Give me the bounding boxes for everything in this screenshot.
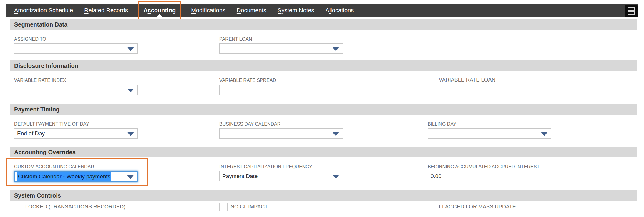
assigned-to-label: ASSIGNED TO [14,36,138,43]
variable-rate-index-dropdown[interactable] [14,85,138,95]
tab-documents[interactable]: Documents [237,4,266,17]
chevron-down-icon[interactable] [541,132,547,136]
payment-timing-field-row: DEFAULT PAYMENT TIME OF DAY End of Day B… [10,121,637,139]
field-variable-rate-spread: VARIABLE RATE SPREAD [219,78,343,95]
segmentation-field-row: ASSIGNED TO PARENT LOAN [10,36,637,54]
default-payment-time-of-day-label: DEFAULT PAYMENT TIME OF DAY [14,121,138,128]
business-day-calendar-label: BUSINESS DAY CALENDAR [219,121,343,128]
stacked-panes-icon[interactable] [625,5,638,17]
default-payment-time-of-day-dropdown[interactable]: End of Day [14,128,138,139]
checkbox-flagged-for-mass-update[interactable]: FLAGGED FOR MASS UPDATE [428,203,516,211]
tab-label-part: odifications [196,7,225,14]
section-payment-timing: Payment Timing DEFAULT PAYMENT TIME OF D… [10,104,637,139]
section-header-segmentation-data: Segmentation Data [10,19,637,30]
disclosure-field-row: VARIABLE RATE INDEX VARIABLE RATE SPREAD… [10,78,637,95]
tab-label-part: A [143,7,147,14]
section-header-accounting-overrides: Accounting Overrides [10,147,637,157]
tab-label-part: ocuments [241,7,266,14]
checkbox-icon[interactable] [428,76,436,84]
chevron-down-icon[interactable] [127,132,134,136]
pane-rect-bottom [628,11,635,15]
chevron-down-icon[interactable] [333,47,339,51]
custom-accounting-calendar-label: CUSTOM ACCOUNTING CALENDAR [14,164,138,171]
tab-accesskey: D [237,7,241,14]
chevron-down-icon[interactable] [127,47,134,51]
custom-accounting-calendar-dropdown[interactable]: Custom Calendar - Weekly payments [14,171,138,182]
section-accounting-overrides: Accounting Overrides CUSTOM ACCOUNTING C… [10,147,637,181]
section-title: Segmentation Data [14,21,67,28]
tab-accounting[interactable]: Accounting [139,4,180,17]
tab-system-notes[interactable]: System Notes [278,4,314,17]
section-disclosure-information: Disclosure Information VARIABLE RATE IND… [10,60,637,95]
locked-label: LOCKED (TRANSACTIONS RECORDED) [25,204,125,210]
tab-label-part: ystem Notes [281,7,314,14]
section-header-disclosure-information: Disclosure Information [10,60,637,71]
record-tab-bar: Amortization Schedule Related Records Ac… [6,4,638,17]
pane-rect-top [628,7,635,11]
checkbox-no-gl-impact[interactable]: NO GL IMPACT [219,203,268,211]
section-title: Disclosure Information [14,63,78,69]
interest-capitalization-frequency-label: INTEREST CAPITALIZATION FREQUENCY [219,164,343,171]
custom-accounting-calendar-value: Custom Calendar - Weekly payments [17,172,111,181]
beginning-accumulated-accrued-interest-input[interactable] [428,171,551,181]
parent-loan-label: PARENT LOAN [219,36,343,43]
loan-record-subtab-page: Amortization Schedule Related Records Ac… [0,4,644,217]
billing-day-dropdown[interactable] [428,128,551,139]
tab-label-part: A [326,7,329,14]
chevron-down-icon[interactable] [127,175,134,179]
tab-label-part: mortization Schedule [18,7,73,14]
section-segmentation-data: Segmentation Data ASSIGNED TO PARENT LOA… [10,19,637,54]
field-parent-loan: PARENT LOAN [219,36,343,54]
checkbox-locked-transactions-recorded[interactable]: LOCKED (TRANSACTIONS RECORDED) [14,203,125,211]
tab-amortization-schedule[interactable]: Amortization Schedule [14,4,73,17]
no-gl-impact-label: NO GL IMPACT [230,204,268,210]
section-header-payment-timing: Payment Timing [10,104,637,115]
chevron-down-icon[interactable] [333,132,339,136]
field-default-payment-time-of-day: DEFAULT PAYMENT TIME OF DAY End of Day [14,121,138,139]
field-custom-accounting-calendar: CUSTOM ACCOUNTING CALENDAR Custom Calend… [14,164,138,182]
tab-accesskey: R [84,7,88,14]
default-payment-time-of-day-value: End of Day [17,130,45,137]
accounting-subtab-content: Segmentation Data ASSIGNED TO PARENT LOA… [10,19,637,212]
beginning-accumulated-accrued-interest-label: BEGINNING ACCUMULATED ACCRUED INTEREST [428,164,551,171]
variable-rate-index-label: VARIABLE RATE INDEX [14,78,138,85]
field-billing-day: BILLING DAY [428,121,551,139]
tab-label-part: counting [151,7,176,14]
tab-allocations[interactable]: Allocations [326,4,354,17]
chevron-down-icon[interactable] [333,175,339,179]
section-system-controls: System Controls LOCKED (TRANSACTIONS REC… [10,190,637,212]
interest-capitalization-frequency-dropdown[interactable]: Payment Date [219,171,343,181]
section-header-system-controls: System Controls [10,190,637,201]
field-interest-capitalization-frequency: INTEREST CAPITALIZATION FREQUENCY Paymen… [219,164,343,181]
tab-accesskey: c [148,7,151,14]
billing-day-label: BILLING DAY [428,121,551,128]
checkbox-icon[interactable] [428,203,436,211]
accounting-overrides-field-row: CUSTOM ACCOUNTING CALENDAR Custom Calend… [10,164,637,181]
flagged-for-mass-update-label: FLAGGED FOR MASS UPDATE [439,204,516,210]
parent-loan-dropdown[interactable] [219,43,343,54]
field-assigned-to: ASSIGNED TO [14,36,138,54]
tab-label-part: elated Records [89,7,128,14]
checkbox-icon[interactable] [14,203,22,211]
section-title: Payment Timing [14,106,59,113]
variable-rate-spread-input[interactable] [219,85,343,95]
field-beginning-accumulated-accrued-interest: BEGINNING ACCUMULATED ACCRUED INTEREST [428,164,551,181]
section-title: System Controls [14,192,61,199]
field-business-day-calendar: BUSINESS DAY CALENDAR [219,121,343,139]
variable-rate-loan-label: VARIABLE RATE LOAN [439,77,495,83]
tab-related-records[interactable]: Related Records [84,4,128,17]
field-variable-rate-index: VARIABLE RATE INDEX [14,78,138,95]
system-controls-checkbox-row: LOCKED (TRANSACTIONS RECORDED) NO GL IMP… [10,203,637,212]
tab-accesskey: S [278,7,281,14]
interest-capitalization-frequency-value: Payment Date [222,173,258,180]
variable-rate-spread-label: VARIABLE RATE SPREAD [219,78,343,85]
tab-accesskey: A [14,7,18,14]
section-title: Accounting Overrides [14,149,76,156]
business-day-calendar-dropdown[interactable] [219,128,343,139]
checkbox-icon[interactable] [219,203,228,211]
tab-label-part: locations [331,7,354,14]
tab-modifications[interactable]: Modifications [191,4,225,17]
assigned-to-dropdown[interactable] [14,43,138,54]
chevron-down-icon[interactable] [127,89,134,92]
checkbox-variable-rate-loan[interactable]: VARIABLE RATE LOAN [428,76,495,84]
